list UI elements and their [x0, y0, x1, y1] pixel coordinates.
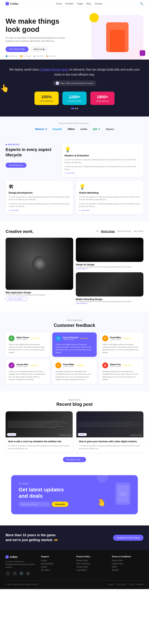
feedback-user-info: Floyd Miles Senior Advisor — [63, 363, 74, 368]
footer-link[interactable]: Refund Policy — [76, 560, 108, 562]
linkedin-icon[interactable]: in — [12, 571, 17, 576]
feedback-card-darrell: D Darrell Steward Advisor Global ★★★★★ C… — [52, 332, 96, 357]
footer-link[interactable]: Documentation — [41, 563, 73, 565]
design-learn-more[interactable]: ✦ Learn More — [8, 210, 70, 211]
marketing-learn-more[interactable]: ✦ Learn More — [79, 210, 140, 211]
footer-link[interactable]: Terms of Use — [112, 560, 144, 562]
play-icon — [56, 82, 59, 85]
find-profile-button[interactable]: Find Client Profile — [6, 46, 28, 52]
footer-bottom-link-terms[interactable]: Terms & conditions — [129, 584, 144, 585]
avatar-jerome: J — [8, 362, 14, 368]
footer-privacy-col: Privacy Policy Refund Policy Term of Ser… — [76, 556, 108, 576]
social-twitter[interactable]: 🐦 TWITTER — [33, 55, 44, 57]
twitter-icon[interactable]: 🐦 — [19, 571, 24, 576]
footer-link[interactable]: Cookie Policy — [112, 563, 144, 565]
portfolio-main-item: Web Application Design At Collax we spec… — [6, 238, 73, 304]
available-project-button[interactable]: Available for New Project — [113, 535, 144, 541]
footer-link[interactable]: Guides — [41, 566, 73, 568]
tab-website[interactable]: Website Design — [101, 230, 115, 233]
footer-grid: Collax At Collax we specialize in design… — [6, 556, 144, 576]
stats-row: 100% Client Satisfaction 1200+ Completed… — [6, 92, 144, 105]
feedback-name: Floyd Miles — [110, 336, 121, 338]
blog-badge-2: Animate — [78, 433, 87, 436]
facebook-icon[interactable]: f — [6, 571, 10, 576]
feedback-text: Collax is very diligent polite and extre… — [55, 343, 94, 354]
dot-2[interactable] — [75, 108, 76, 109]
branding-desc: At Collax we specialize in the most desi… — [76, 300, 144, 302]
nav-home[interactable]: Home — [56, 2, 62, 5]
social-youtube[interactable]: ▶️ YOUTUBE — [20, 55, 31, 57]
marketing-text2: At Collax we specialize in designing,bui… — [79, 202, 140, 208]
nav-pages[interactable]: Pages — [77, 2, 83, 5]
about-us-button[interactable]: About Us ▶ — [30, 46, 48, 52]
blog-badge-1: Portfolio — [7, 433, 16, 436]
ideation-learn-more[interactable]: ✦ Learn More — [64, 172, 140, 174]
logo-text: Collax — [10, 2, 18, 5]
hero-section: We make things look good At Collax we sp… — [0, 8, 149, 60]
dot-3[interactable] — [77, 108, 78, 109]
youtube-icon[interactable]: ▶ — [26, 571, 30, 576]
portfolio-tabs: All Website Design Branding Design App D… — [96, 230, 144, 233]
stat-label: Client Satisfaction — [39, 100, 54, 102]
email-input[interactable] — [18, 502, 50, 507]
branding-info: Modern Branding Design At Collax we spec… — [76, 298, 144, 304]
portfolio-case-button: View Case Studies → — [6, 297, 73, 301]
feedback-card-robert: R Robert Fox Senior Advisor ★★★★★ Absolu… — [99, 360, 144, 384]
brand-qlik: Qlik ✦ — [93, 128, 100, 130]
footer-link[interactable]: Sitemap — [112, 569, 144, 571]
phone-graphic — [116, 483, 130, 505]
nav-portfolio[interactable]: Portfolio — [65, 2, 74, 5]
nav-blog[interactable]: Blog — [86, 2, 91, 5]
subscribe-button[interactable]: Subscribe — [52, 502, 68, 507]
feedback-name: Albert Flores — [16, 336, 29, 338]
feedback-header: F Floyd Miles Senior Advisor ★★★★★ — [102, 336, 140, 341]
footer-link[interactable]: Privacy Policy — [76, 566, 108, 568]
footer-link[interactable]: Legal Notice — [76, 569, 108, 571]
nav-links: Home Portfolio Pages Blog Contact — [56, 2, 102, 5]
social-facebook[interactable]: 📘 FACEBOOK — [6, 55, 18, 57]
tab-app[interactable]: App Design — [134, 230, 144, 233]
social-behance[interactable]: 🎨 BEHANCE — [46, 55, 57, 57]
design-text2: At Collax we specialize in designing,bui… — [8, 202, 70, 208]
nav-contact[interactable]: Contact — [94, 2, 102, 5]
stat-label: Design Resource — [95, 100, 110, 102]
find-more-post-button[interactable]: Find More Post → — [63, 457, 86, 462]
hero-title: We make things look good — [6, 17, 69, 34]
tab-branding[interactable]: Branding Design — [117, 230, 131, 233]
tab-all[interactable]: All — [96, 230, 98, 233]
footer-bottom-link-privacy[interactable]: Privacy policy — [116, 584, 127, 585]
chevron-right-icon: ▶ — [43, 48, 44, 50]
marketing-title: Online Marketing — [79, 191, 140, 194]
footer-link[interactable]: API Status — [41, 569, 73, 571]
footer-link[interactable]: Term of Services — [76, 563, 108, 565]
service-design-card: 🛠 Design,Development At Collax we specia… — [6, 181, 73, 214]
footer-bottom-link-support[interactable]: Support — [108, 584, 114, 585]
marketing-icon: 💡 — [79, 184, 140, 190]
footer-logo-icon — [6, 556, 8, 558]
feedback-user-info: Darrell Steward Advisor Global — [63, 336, 78, 340]
branding-case[interactable]: Case Studies ✦ — [76, 302, 144, 304]
footer-description: At Collax we specialize in designing,bui… — [6, 560, 37, 569]
search-icon[interactable]: 🔍 — [140, 2, 144, 6]
watch-button[interactable]: Play: Take a look behind the scenes — [53, 80, 96, 86]
dot-1[interactable] — [71, 108, 74, 109]
blog-content-1: How to add a count up animation the webf… — [6, 438, 73, 453]
tagline-link[interactable]: Creative Design team — [40, 68, 68, 71]
view-case-button[interactable]: View Case Studies → — [6, 297, 28, 301]
logo[interactable]: Collax — [6, 2, 18, 6]
star-rating: ★★★★★ — [123, 364, 131, 366]
services-grid: 🛠 Design,Development At Collax we specia… — [6, 181, 144, 214]
services-left: ▶ What We Do? Experts in every aspect li… — [6, 144, 58, 177]
services-section: ▶ What We Do? Experts in every aspect li… — [0, 136, 149, 222]
portfolio-section: Creative work. All Website Design Brandi… — [0, 222, 149, 312]
deco-purple-box — [140, 50, 145, 56]
avatar-floyd: F — [102, 336, 108, 341]
footer-link[interactable]: Pricing — [41, 560, 73, 562]
global-art-case[interactable]: Case Studies ✦ — [76, 268, 144, 270]
feedback-card-floyd: F Floyd Miles Senior Advisor ★★★★★ Colla… — [99, 332, 144, 357]
blog-post-1-image: Portfolio February 24,2022 — [6, 411, 73, 438]
footer-link[interactable]: GDPR — [112, 566, 144, 568]
view-all-services-button[interactable]: View All Services — [6, 163, 26, 168]
blog-content-2: How to grow your business with collax di… — [76, 438, 144, 453]
feedback-header: F Floyd Miles Senior Advisor ★★★★★ — [55, 362, 94, 368]
